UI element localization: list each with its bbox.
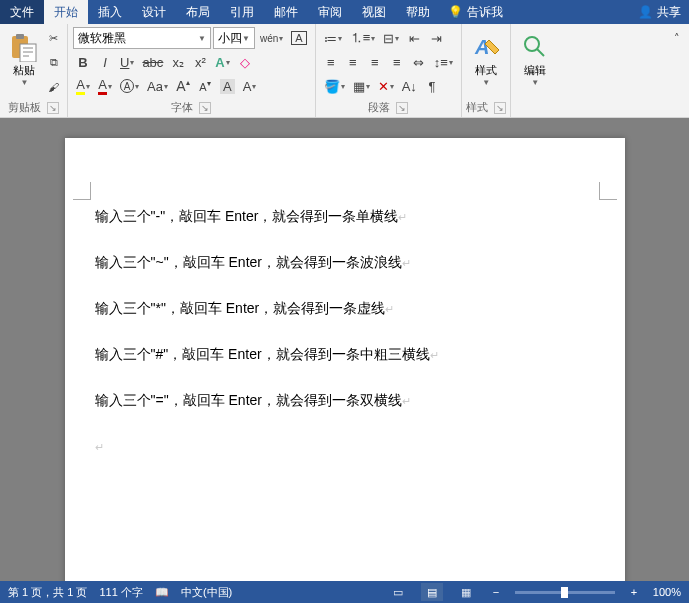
group-paragraph: ≔▾ ⒈≡▾ ⊟▾ ⇤ ⇥ ≡ ≡ ≡ ≡ ⇔ ↕≡▾ 🪣▾ ▦▾ ✕▾ A↓ … bbox=[316, 24, 462, 117]
share-label: 共享 bbox=[657, 4, 681, 21]
shrink-font-button[interactable]: A▾ bbox=[195, 75, 215, 97]
underline-button[interactable]: U▾ bbox=[117, 51, 137, 73]
enclose-char-button[interactable]: A▾ bbox=[117, 75, 142, 97]
tab-design[interactable]: 设计 bbox=[132, 0, 176, 24]
styles-launcher[interactable]: ↘ bbox=[494, 102, 506, 114]
italic-button[interactable]: I bbox=[95, 51, 115, 73]
paragraph[interactable]: 输入三个"*"，敲回车 Enter，就会得到一条虚线↵ bbox=[95, 300, 595, 318]
paste-button[interactable]: 粘贴 ▼ bbox=[4, 26, 44, 92]
char-border-icon: A bbox=[291, 31, 306, 45]
char-scaling-icon: A bbox=[243, 79, 252, 94]
read-mode-button[interactable]: ▭ bbox=[387, 583, 409, 601]
char-scaling-button[interactable]: A▾ bbox=[240, 75, 260, 97]
text-effects-icon: A bbox=[215, 55, 224, 70]
font-launcher[interactable]: ↘ bbox=[199, 102, 211, 114]
multilevel-button[interactable]: ⊟▾ bbox=[380, 27, 402, 49]
tab-view[interactable]: 视图 bbox=[352, 0, 396, 24]
numbering-button[interactable]: ⒈≡▾ bbox=[347, 27, 379, 49]
align-left-button[interactable]: ≡ bbox=[321, 51, 341, 73]
char-border-button[interactable]: A bbox=[288, 27, 309, 49]
superscript-button[interactable]: x² bbox=[190, 51, 210, 73]
page-count[interactable]: 第 1 页，共 1 页 bbox=[8, 585, 87, 600]
page[interactable]: 输入三个"-"，敲回车 Enter，就会得到一条单横线↵ 输入三个"~"，敲回车… bbox=[65, 138, 625, 581]
cut-button[interactable]: ✂ bbox=[45, 28, 62, 48]
paragraph[interactable]: 输入三个"-"，敲回车 Enter，就会得到一条单横线↵ bbox=[95, 208, 595, 226]
align-center-button[interactable]: ≡ bbox=[343, 51, 363, 73]
search-icon bbox=[519, 31, 551, 63]
tab-mailings[interactable]: 邮件 bbox=[264, 0, 308, 24]
font-color-button[interactable]: A▾ bbox=[95, 75, 115, 97]
justify-button[interactable]: ≡ bbox=[387, 51, 407, 73]
text-run: 输入三个"~"，敲回车 Enter，就会得到一条波浪线 bbox=[95, 254, 402, 270]
align-center-icon: ≡ bbox=[349, 55, 357, 70]
web-layout-button[interactable]: ▦ bbox=[455, 583, 477, 601]
paragraph[interactable]: 输入三个"="，敲回车 Enter，就会得到一条双横线↵ bbox=[95, 392, 595, 410]
group-clipboard: 粘贴 ▼ ✂ ⧉ 🖌 剪贴板↘ bbox=[0, 24, 68, 117]
collapse-ribbon-button[interactable]: ˄ bbox=[669, 29, 685, 49]
strikethrough-button[interactable]: abc bbox=[139, 51, 166, 73]
word-count[interactable]: 111 个字 bbox=[99, 585, 142, 600]
paragraph[interactable]: 输入三个"#"，敲回车 Enter，就会得到一条中粗三横线↵ bbox=[95, 346, 595, 364]
grow-font-button[interactable]: A▴ bbox=[173, 75, 193, 97]
decrease-indent-button[interactable]: ⇤ bbox=[404, 27, 424, 49]
tab-review[interactable]: 审阅 bbox=[308, 0, 352, 24]
zoom-slider[interactable] bbox=[515, 591, 615, 594]
styles-button[interactable]: A 样式 ▼ bbox=[466, 26, 506, 92]
clipboard-launcher[interactable]: ↘ bbox=[47, 102, 59, 114]
bullets-button[interactable]: ≔▾ bbox=[321, 27, 345, 49]
align-right-button[interactable]: ≡ bbox=[365, 51, 385, 73]
line-spacing-button[interactable]: ↕≡▾ bbox=[431, 51, 456, 73]
editing-button[interactable]: 编辑 ▼ bbox=[515, 26, 555, 92]
clear-formatting-button[interactable]: ◇ bbox=[235, 51, 255, 73]
font-size-combo[interactable]: 小四▼ bbox=[213, 27, 255, 49]
font-family-combo[interactable]: 微软雅黑▼ bbox=[73, 27, 211, 49]
zoom-in-button[interactable]: + bbox=[627, 586, 641, 598]
show-marks-button[interactable]: ¶ bbox=[422, 75, 442, 97]
share-button[interactable]: 👤 共享 bbox=[630, 4, 689, 21]
copy-button[interactable]: ⧉ bbox=[45, 52, 62, 72]
tab-help[interactable]: 帮助 bbox=[396, 0, 440, 24]
highlight-button[interactable]: A▾ bbox=[73, 75, 93, 97]
print-layout-icon: ▤ bbox=[427, 586, 437, 599]
sort-button[interactable]: A↓ bbox=[399, 75, 420, 97]
group-styles: A 样式 ▼ 样式↘ bbox=[462, 24, 511, 117]
tab-references[interactable]: 引用 bbox=[220, 0, 264, 24]
asian-layout-button[interactable]: ✕▾ bbox=[375, 75, 397, 97]
format-painter-button[interactable]: 🖌 bbox=[45, 77, 62, 97]
zoom-out-button[interactable]: − bbox=[489, 586, 503, 598]
tab-layout[interactable]: 布局 bbox=[176, 0, 220, 24]
language-status[interactable]: 中文(中国) bbox=[181, 585, 232, 600]
scissors-icon: ✂ bbox=[49, 32, 58, 45]
justify-icon: ≡ bbox=[393, 55, 401, 70]
tell-me[interactable]: 💡 告诉我 bbox=[440, 4, 511, 21]
paragraph[interactable]: ↵ bbox=[95, 438, 595, 454]
print-layout-button[interactable]: ▤ bbox=[421, 583, 443, 601]
distribute-button[interactable]: ⇔ bbox=[409, 51, 429, 73]
lightbulb-icon: 💡 bbox=[448, 5, 463, 19]
tab-home[interactable]: 开始 bbox=[44, 0, 88, 24]
brush-icon: 🖌 bbox=[48, 81, 59, 93]
phonetic-icon: wén bbox=[260, 33, 278, 44]
tab-insert[interactable]: 插入 bbox=[88, 0, 132, 24]
change-case-button[interactable]: Aa▾ bbox=[144, 75, 171, 97]
spell-check-icon[interactable]: 📖 bbox=[155, 586, 169, 599]
paragraph-mark: ↵ bbox=[430, 349, 439, 361]
font-family-value: 微软雅黑 bbox=[78, 30, 126, 47]
grow-font-icon: A▴ bbox=[176, 78, 189, 94]
text-effects-button[interactable]: A▾ bbox=[212, 51, 232, 73]
shading-button[interactable]: 🪣▾ bbox=[321, 75, 348, 97]
phonetic-guide-button[interactable]: wén▾ bbox=[257, 27, 286, 49]
bold-button[interactable]: B bbox=[73, 51, 93, 73]
char-shading-button[interactable]: A bbox=[217, 75, 238, 97]
zoom-level[interactable]: 100% bbox=[653, 586, 681, 598]
paragraph-launcher[interactable]: ↘ bbox=[396, 102, 408, 114]
subscript-button[interactable]: x₂ bbox=[168, 51, 188, 73]
increase-indent-button[interactable]: ⇥ bbox=[426, 27, 446, 49]
borders-button[interactable]: ▦▾ bbox=[350, 75, 373, 97]
paragraph[interactable]: 输入三个"~"，敲回车 Enter，就会得到一条波浪线↵ bbox=[95, 254, 595, 272]
tab-file[interactable]: 文件 bbox=[0, 0, 44, 24]
document-area[interactable]: 输入三个"-"，敲回车 Enter，就会得到一条单横线↵ 输入三个"~"，敲回车… bbox=[0, 118, 689, 581]
slider-thumb[interactable] bbox=[561, 587, 568, 598]
chevron-down-icon: ▼ bbox=[531, 78, 539, 87]
web-layout-icon: ▦ bbox=[461, 586, 471, 599]
